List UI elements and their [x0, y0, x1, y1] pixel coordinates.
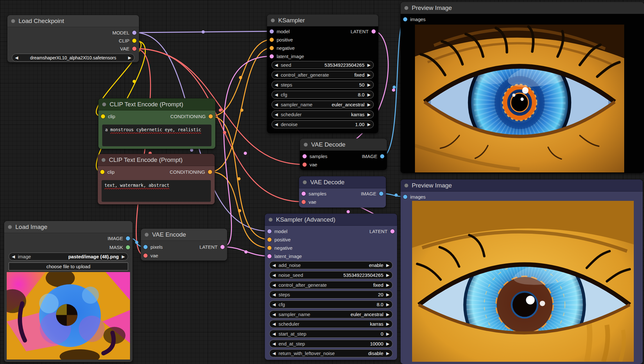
output-slot-latent[interactable]: LATENT [200, 244, 225, 250]
collapse-dot-icon[interactable] [102, 158, 105, 162]
next-arrow-icon[interactable]: ▶ [386, 302, 389, 307]
prev-arrow-icon[interactable]: ◀ [275, 102, 278, 107]
input-slot-vae[interactable]: vae [302, 199, 316, 205]
image-port-icon[interactable] [126, 236, 130, 240]
prev-arrow-icon[interactable]: ◀ [272, 351, 276, 355]
clip-port-icon[interactable] [101, 114, 105, 118]
prev-arrow-icon[interactable]: ◀ [275, 112, 278, 117]
widget-start-at-step[interactable]: ◀start_at_step0▶ [269, 330, 393, 338]
node-vae-decode-top[interactable]: VAE Decode samples vae IMAGE [300, 139, 387, 170]
next-arrow-icon[interactable]: ▶ [386, 283, 389, 287]
widget-control-after-generate[interactable]: ◀control_after_generatefixed▶ [269, 281, 393, 289]
widget-noise-seed[interactable]: ◀noise_seed535349223504265▶ [269, 271, 393, 279]
latent-port-icon[interactable] [372, 29, 376, 34]
collapse-dot-icon[interactable] [303, 180, 307, 184]
next-arrow-icon[interactable]: ▶ [367, 112, 371, 117]
prev-arrow-icon[interactable]: ◀ [272, 322, 276, 326]
input-slot-positive[interactable]: positive [270, 37, 293, 42]
conditioning-port-icon[interactable] [209, 114, 213, 118]
node-titlebar[interactable]: Preview Image [401, 2, 644, 14]
next-arrow-icon[interactable]: ▶ [128, 56, 131, 60]
input-slot-positive[interactable]: positive [267, 237, 291, 242]
output-slot-image[interactable]: IMAGE [362, 153, 384, 159]
node-titlebar[interactable]: VAE Encode [141, 229, 227, 241]
latent-port-icon[interactable] [220, 245, 225, 249]
next-arrow-icon[interactable]: ▶ [386, 292, 389, 297]
node-titlebar[interactable]: Load Checkpoint [7, 15, 139, 27]
collapse-dot-icon[interactable] [404, 184, 408, 187]
output-slot-conditioning[interactable]: CONDITIONING [170, 113, 213, 119]
input-slot-vae[interactable]: vae [143, 253, 158, 258]
model-port-icon[interactable] [270, 29, 274, 34]
conditioning-port-icon[interactable] [267, 238, 272, 242]
widget-end-at-step[interactable]: ◀end_at_step10000▶ [269, 340, 393, 348]
conditioning-port-icon[interactable] [208, 170, 212, 174]
prev-arrow-icon[interactable]: ◀ [275, 93, 278, 97]
next-arrow-icon[interactable]: ▶ [386, 322, 389, 326]
widget-image-file[interactable]: ◀ image pasted/image (48).png ▶ [9, 253, 128, 261]
node-vae-decode-bottom[interactable]: VAE Decode samples vae IMAGE [299, 176, 386, 208]
vae-port-icon[interactable] [303, 163, 307, 167]
input-slot-negative[interactable]: negative [270, 45, 295, 51]
image-port-icon[interactable] [403, 17, 407, 21]
node-ksampler[interactable]: KSampler model positive negative latent_… [267, 14, 378, 133]
node-preview-image-bottom[interactable]: Preview Image images [401, 179, 643, 364]
vae-port-icon[interactable] [302, 200, 306, 204]
model-port-icon[interactable] [132, 31, 136, 35]
next-arrow-icon[interactable]: ▶ [386, 263, 389, 267]
node-titlebar[interactable]: KSampler (Advanced) [265, 214, 397, 226]
widget-seed[interactable]: ◀seed535349223504265▶ [272, 61, 374, 69]
collapse-dot-icon[interactable] [8, 225, 12, 229]
output-slot-conditioning[interactable]: CONDITIONING [170, 169, 212, 175]
output-slot-latent[interactable]: LATENT [370, 228, 395, 234]
collapse-dot-icon[interactable] [304, 143, 308, 147]
next-arrow-icon[interactable]: ▶ [386, 342, 389, 346]
choose-file-button[interactable]: choose file to upload [9, 262, 128, 270]
vae-port-icon[interactable] [143, 254, 148, 258]
latent-port-icon[interactable] [267, 254, 272, 258]
next-arrow-icon[interactable]: ▶ [386, 273, 389, 277]
next-arrow-icon[interactable]: ▶ [386, 332, 389, 336]
input-slot-samples[interactable]: samples [302, 191, 326, 196]
prev-arrow-icon[interactable]: ◀ [272, 263, 276, 267]
collapse-dot-icon[interactable] [11, 19, 15, 23]
clip-port-icon[interactable] [100, 170, 104, 174]
widget-sampler-name[interactable]: ◀sampler_nameeuler_ancestral▶ [272, 101, 374, 109]
collapse-dot-icon[interactable] [145, 233, 149, 237]
input-slot-latent-image[interactable]: latent_image [270, 53, 304, 59]
next-arrow-icon[interactable]: ▶ [386, 312, 389, 316]
node-titlebar[interactable]: Preview Image [401, 179, 643, 192]
output-slot-latent[interactable]: LATENT [351, 28, 376, 34]
prev-arrow-icon[interactable]: ◀ [272, 312, 276, 316]
widget-control-after-generate[interactable]: ◀control_after_generatefixed▶ [272, 71, 374, 79]
input-slot-clip[interactable]: clip [101, 113, 115, 119]
node-titlebar[interactable]: VAE Decode [300, 139, 387, 151]
image-port-icon[interactable] [379, 192, 383, 196]
prompt-textarea[interactable]: text, watermark, abstract [102, 180, 211, 202]
collapse-dot-icon[interactable] [102, 102, 106, 106]
prev-arrow-icon[interactable]: ◀ [272, 332, 276, 336]
input-slot-pixels[interactable]: pixels [143, 244, 163, 250]
next-arrow-icon[interactable]: ▶ [367, 73, 371, 77]
node-clip-text-encode-positive[interactable]: CLIP Text Encode (Prompt) clip CONDITION… [98, 98, 215, 149]
input-slot-model[interactable]: model [267, 228, 288, 234]
input-slot-negative[interactable]: negative [267, 245, 293, 251]
input-slot-samples[interactable]: samples [303, 153, 327, 159]
image-port-icon[interactable] [143, 245, 148, 249]
widget-scheduler[interactable]: ◀schedulerkarras▶ [272, 110, 374, 118]
clip-port-icon[interactable] [132, 39, 136, 43]
node-titlebar[interactable]: CLIP Text Encode (Prompt) [98, 154, 215, 166]
prev-arrow-icon[interactable]: ◀ [275, 122, 278, 126]
output-slot-image[interactable]: IMAGE [361, 191, 383, 196]
output-slot-mask[interactable]: MASK [109, 244, 130, 250]
vae-port-icon[interactable] [132, 47, 136, 51]
model-port-icon[interactable] [267, 229, 272, 233]
next-arrow-icon[interactable]: ▶ [386, 351, 389, 355]
widget-denoise[interactable]: ◀denoise1.00▶ [272, 120, 374, 128]
image-port-icon[interactable] [403, 195, 407, 199]
node-load-image[interactable]: Load Image IMAGE MASK ◀ image pasted/ima… [4, 221, 133, 362]
widget-steps[interactable]: ◀steps50▶ [272, 81, 374, 89]
input-slot-vae[interactable]: vae [303, 162, 317, 167]
next-arrow-icon[interactable]: ▶ [367, 93, 371, 97]
prev-arrow-icon[interactable]: ◀ [15, 56, 18, 60]
